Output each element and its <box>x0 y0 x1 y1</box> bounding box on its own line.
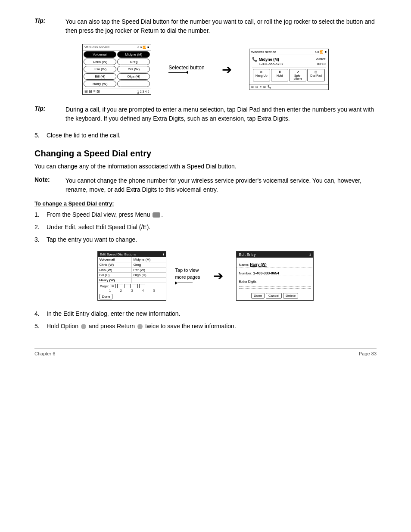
page-footer: Chapter 6 Page 83 <box>34 348 377 356</box>
page-box-1[interactable]: ⊞ <box>110 284 116 288</box>
selected-button-label: Selected button <box>168 65 204 71</box>
es-info-icon: ℹ <box>163 252 164 256</box>
call-service-label: Wireless service <box>251 50 276 54</box>
per-btn[interactable]: Per (W) <box>117 66 150 72</box>
spkrphone-btn[interactable]: ↗ Spkr- phone <box>289 69 306 81</box>
call-body: 📞 Midyne (M) Active 1-831-555-6737 00:10… <box>249 55 328 84</box>
step5-text: Close the lid to end the call. <box>47 131 121 140</box>
tap-label: Tap to view more pages <box>175 267 200 280</box>
ee-cancel-btn[interactable]: Cancel <box>266 293 282 299</box>
ee-number-value: 1-400-333-0654 <box>253 271 279 275</box>
ee-number-label: Number: <box>239 271 253 275</box>
step1-num: 1. <box>34 210 43 219</box>
caller-name: Midyne (M) <box>259 57 279 62</box>
page-box-4[interactable] <box>132 284 138 288</box>
call-buttons: ✕ Hang Up ⏸ Hold ↗ Spkr- phone ⊞ Dial Pa… <box>252 68 326 82</box>
chris-btn[interactable]: Chris (W) <box>84 59 116 65</box>
caller-info: 📞 Midyne (M) <box>252 57 279 62</box>
ee-dotline2 <box>239 286 311 287</box>
change-step3: 3. Tap the entry you want to change. <box>34 235 377 244</box>
caller-number: 1-831-555-6737 <box>259 62 283 66</box>
tap-label-area: Tap to view more pages <box>175 267 200 285</box>
page-number: Page 83 <box>359 351 377 356</box>
ee-done-btn[interactable]: Done <box>251 293 265 299</box>
step2-num: 2. <box>34 223 43 232</box>
step1-text: From the Speed Dial view, press Menu . <box>47 210 163 219</box>
tip1-text: You can also tap the Speed Dial button f… <box>65 17 377 35</box>
es-empty <box>132 278 166 283</box>
ee-extra-digits-section: Extra Digits: <box>237 278 313 291</box>
active-call-screen: Wireless service a.o 📶 ■ 📞 Midyne (M) Ac… <box>249 49 329 90</box>
step2-text: Under Edit, select Edit Speed Dial (/E). <box>47 223 150 232</box>
step5-num: 5. <box>34 131 43 140</box>
es-greg: Greg <box>132 262 166 267</box>
hang-up-btn[interactable]: ✕ Hang Up <box>253 69 270 81</box>
return-icon <box>137 324 143 329</box>
es-row1: Voicemail Midyne (M) <box>98 257 166 262</box>
tip1-block: Tip: You can also tap the Speed Dial but… <box>34 17 377 35</box>
es-midyne: Midyne (M) <box>132 257 166 262</box>
diagram2: Edit Speed Dial Buttons ℹ Voicemail Midy… <box>34 251 377 301</box>
greg-btn[interactable]: Greg <box>117 59 150 65</box>
call-screen-footer: ⊞⊟≡⊠📞 <box>249 84 328 90</box>
dial-pad-btn[interactable]: ⊞ Dial Pad <box>307 69 324 81</box>
ee-header-label: Edit Entry <box>239 252 256 257</box>
tip1-label: Tip: <box>34 17 60 35</box>
option-icon <box>81 324 86 329</box>
tip2-text: During a call, if you are prompted to en… <box>65 105 377 123</box>
es-chris: Chris (W) <box>98 262 132 267</box>
ee-number-field: Number: 1-400-333-0654 <box>237 270 313 276</box>
ee-info-icon: ℹ <box>309 252 311 257</box>
page-box-5[interactable] <box>139 284 145 288</box>
page-row: Page: ⊞ <box>98 283 166 289</box>
bill-btn[interactable]: Bill (H) <box>84 73 116 80</box>
note-block: Note: You cannot change the phone number… <box>34 176 377 194</box>
olga-btn[interactable]: Olga (H) <box>117 73 150 80</box>
step5b-text: Hold Option and press Return twice to sa… <box>47 322 236 331</box>
step4-text: In the Edit Entry dialog, enter the new … <box>47 309 181 318</box>
es-header-label: Edit Speed Dial Buttons <box>100 252 136 256</box>
page-numbers-row: 12345 <box>98 289 166 293</box>
change-step5b: 5. Hold Option and press Return twice to… <box>34 322 377 331</box>
ee-extra-digits-label: Extra Digits: <box>239 280 311 283</box>
diagram2-arrow: ➔ <box>213 269 223 283</box>
call-screen-header: Wireless service a.o 📶 ■ <box>249 49 328 55</box>
page-dots: 12345 <box>137 90 149 93</box>
status-icons: a.o 📶 ■ <box>137 46 149 49</box>
call-status-icons: a.o 📶 ■ <box>315 50 327 54</box>
edit-entry-screen: Edit Entry ℹ Name: Harry (W) Number: 1-4… <box>236 251 314 301</box>
hold-btn[interactable]: ⏸ Hold <box>271 69 288 81</box>
voicemail-btn[interactable]: Voicemail <box>84 51 116 58</box>
ee-name-field: Name: Harry (W) <box>237 261 313 268</box>
step3-num: 3. <box>34 235 43 244</box>
done-button[interactable]: Done <box>100 294 112 299</box>
midyne-btn[interactable]: Midyne (M) <box>117 51 150 58</box>
harry-btn[interactable]: Harry (W) <box>84 81 116 87</box>
tip2-block: Tip: During a call, if you are prompted … <box>34 105 377 123</box>
page-box-2[interactable] <box>117 284 123 288</box>
ee-delete-btn[interactable]: Delete <box>283 293 298 299</box>
tip2-label: Tip: <box>34 105 60 123</box>
speed-dial-grid: Voicemail Midyne (M) Chris (W) Greg Lisa… <box>83 50 151 88</box>
es-voicemail: Voicemail <box>98 257 132 262</box>
step3-text: Tap the entry you want to change. <box>47 235 137 244</box>
screen-header: Wireless service a.o 📶 ■ <box>83 44 151 50</box>
screen-footer: ⊞⊟≡⊠ 12345 <box>83 88 151 94</box>
es-harry: Harry (W) <box>98 278 132 283</box>
es-row3: Lisa (W) Per (W) <box>98 268 166 273</box>
page-box-3[interactable] <box>125 284 131 288</box>
section-subhead: To change a Speed Dial entry: <box>34 200 377 207</box>
wireless-service-label: Wireless service <box>84 45 109 49</box>
call-status: Active <box>316 57 326 61</box>
empty-btn <box>117 81 150 87</box>
ee-action-buttons: Done Cancel Delete <box>237 291 313 300</box>
arrow-right: ➔ <box>222 62 232 77</box>
es-row5: Harry (W) <box>98 278 166 283</box>
ee-dotline3 <box>239 288 311 289</box>
diagram1: Wireless service a.o 📶 ■ Voicemail Midyn… <box>34 44 377 95</box>
step4-num: 4. <box>34 309 43 318</box>
lisa-btn[interactable]: Lisa (W) <box>84 66 116 72</box>
es-lisa: Lisa (W) <box>98 268 132 272</box>
note-label: Note: <box>34 176 60 194</box>
chapter-label: Chapter 6 <box>34 351 55 356</box>
